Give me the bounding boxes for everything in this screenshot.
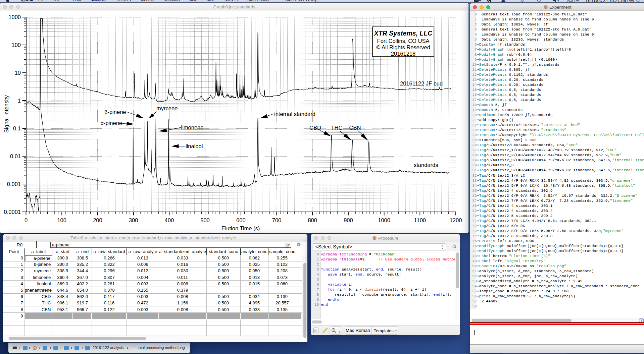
svg-text:β-pinene: β-pinene xyxy=(104,109,126,115)
svg-text:limonene: limonene xyxy=(181,124,204,130)
svg-text:20161122 JF bud: 20161122 JF bud xyxy=(400,80,443,86)
svg-text:CBD: CBD xyxy=(309,125,321,131)
svg-text:200: 200 xyxy=(93,217,102,223)
svg-text:700: 700 xyxy=(272,217,282,223)
svg-text:internal standard: internal standard xyxy=(274,111,315,117)
svg-text:10: 10 xyxy=(15,70,21,76)
svg-text:300: 300 xyxy=(129,217,138,223)
svg-text:CBN: CBN xyxy=(349,125,361,131)
svg-text:Signal Intensity: Signal Intensity xyxy=(3,95,9,133)
svg-text:myrcene: myrcene xyxy=(156,105,178,111)
svg-text:0: 0 xyxy=(24,217,28,223)
svg-text:Fort Collins, CO USA: Fort Collins, CO USA xyxy=(377,38,430,44)
svg-text:100: 100 xyxy=(11,42,21,48)
svg-text:100: 100 xyxy=(57,217,66,223)
svg-text:0.001: 0.001 xyxy=(7,181,21,187)
svg-text:THC: THC xyxy=(331,125,343,131)
svg-text:900: 900 xyxy=(344,217,353,223)
svg-text:0.01: 0.01 xyxy=(10,153,21,159)
svg-text:Elution Time (s): Elution Time (s) xyxy=(221,225,260,231)
svg-text:standards: standards xyxy=(414,162,438,168)
svg-text:800: 800 xyxy=(308,217,317,223)
svg-text:0.1: 0.1 xyxy=(13,125,21,131)
svg-text:XTR Systems, LLC: XTR Systems, LLC xyxy=(374,30,433,37)
svg-text:G: G xyxy=(488,0,490,2)
svg-text:1000: 1000 xyxy=(378,217,390,223)
svg-text:linalool: linalool xyxy=(186,143,203,149)
svg-text:0.0001: 0.0001 xyxy=(4,209,21,215)
svg-text:α-pinene: α-pinene xyxy=(100,120,122,126)
svg-text:1100: 1100 xyxy=(414,217,426,223)
svg-text:500: 500 xyxy=(200,217,210,223)
svg-text:20161218: 20161218 xyxy=(391,51,415,57)
svg-text:600: 600 xyxy=(236,217,246,223)
svg-text:1: 1 xyxy=(18,98,21,104)
svg-text:1000: 1000 xyxy=(8,14,21,20)
svg-text:© All Rights Reserved: © All Rights Reserved xyxy=(376,44,430,50)
svg-text:1200: 1200 xyxy=(450,217,462,223)
svg-text:400: 400 xyxy=(165,217,174,223)
